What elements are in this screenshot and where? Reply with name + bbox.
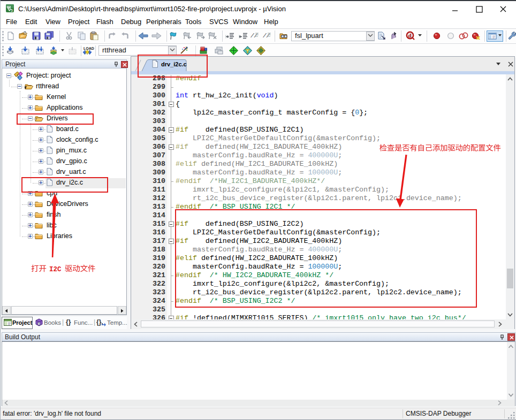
svg-text:d: d (408, 32, 412, 39)
svg-text:5: 5 (11, 9, 13, 12)
svg-text://: // (251, 33, 258, 39)
svg-text:LOAD: LOAD (84, 47, 94, 50)
svg-text://: // (263, 33, 270, 39)
